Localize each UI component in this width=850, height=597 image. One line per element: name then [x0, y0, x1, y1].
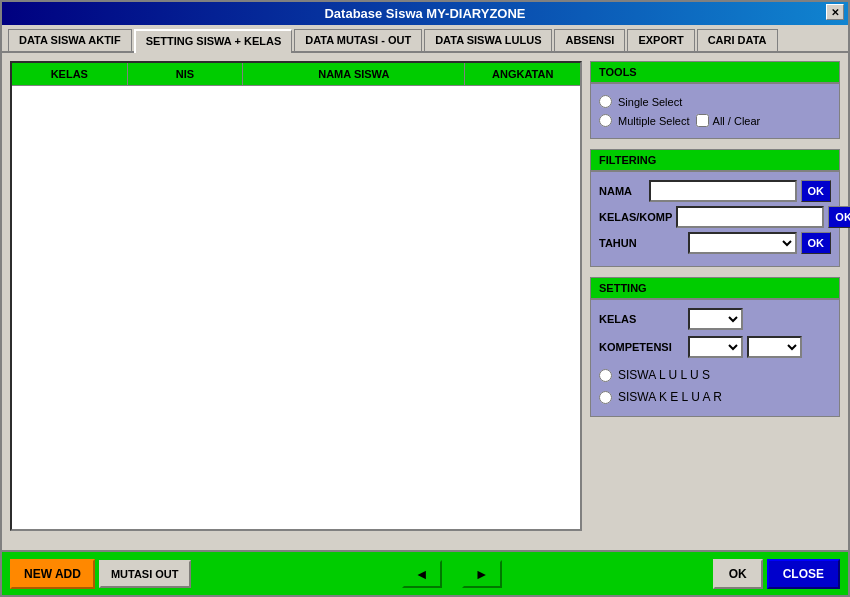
single-select-radio[interactable] [599, 95, 612, 108]
right-panel: TOOLS Single Select Multiple Select All … [590, 61, 840, 531]
tab-absensi[interactable]: ABSENSI [554, 29, 625, 51]
single-select-label: Single Select [618, 96, 682, 108]
col-kelas: KELAS [12, 63, 128, 85]
kelas-filter-row: KELAS/KOMP OK [599, 206, 831, 228]
kompetensi-setting-label: KOMPETENSI [599, 341, 684, 353]
kompetensi-setting-row: KOMPETENSI [599, 336, 831, 358]
col-nama-siswa: NAMA SISWA [243, 63, 465, 85]
tab-data-siswa-lulus[interactable]: DATA SISWA LULUS [424, 29, 552, 51]
tahun-filter-label: TAHUN [599, 237, 684, 249]
tab-export[interactable]: EXPORT [627, 29, 694, 51]
tab-data-mutasi[interactable]: DATA MUTASI - OUT [294, 29, 422, 51]
all-clear-row: All / Clear [696, 114, 761, 127]
siswa-keluar-row: SISWA K E L U A R [599, 386, 831, 408]
siswa-lulus-radio[interactable] [599, 369, 612, 382]
filtering-body: NAMA OK KELAS/KOMP OK TAHUN OK [590, 171, 840, 267]
ok-bottom-button[interactable]: OK [713, 559, 763, 589]
tahun-filter-row: TAHUN OK [599, 232, 831, 254]
kelas-setting-label: KELAS [599, 313, 684, 325]
tab-cari-data[interactable]: CARI DATA [697, 29, 778, 51]
single-select-row: Single Select [599, 92, 831, 111]
filtering-section: FILTERING NAMA OK KELAS/KOMP OK TAHUN [590, 149, 840, 267]
siswa-lulus-label: SISWA L U L U S [618, 368, 710, 382]
setting-body: KELAS KOMPETENSI SISWA L U L U S [590, 299, 840, 417]
nama-filter-row: NAMA OK [599, 180, 831, 202]
nama-ok-button[interactable]: OK [801, 180, 832, 202]
tools-section: TOOLS Single Select Multiple Select All … [590, 61, 840, 139]
main-content: KELAS NIS NAMA SISWA ANGKATAN TOOLS Sing… [2, 53, 848, 539]
tab-setting-siswa[interactable]: SETTING SISWA + KELAS [134, 29, 293, 53]
kelas-filter-input[interactable] [676, 206, 824, 228]
data-table: KELAS NIS NAMA SISWA ANGKATAN [10, 61, 582, 531]
tahun-ok-button[interactable]: OK [801, 232, 832, 254]
multiple-select-row: Multiple Select All / Clear [599, 111, 831, 130]
kelas-filter-label: KELAS/KOMP [599, 211, 672, 223]
all-clear-label: All / Clear [713, 115, 761, 127]
prev-button[interactable]: ◄ [402, 560, 442, 588]
multiple-select-radio[interactable] [599, 114, 612, 127]
filtering-header: FILTERING [590, 149, 840, 171]
nama-filter-input[interactable] [649, 180, 797, 202]
kompetensi-setting-select2[interactable] [747, 336, 802, 358]
setting-header: SETTING [590, 277, 840, 299]
close-button[interactable]: CLOSE [767, 559, 840, 589]
window-title: Database Siswa MY-DIARYZONE [324, 6, 525, 21]
siswa-lulus-row: SISWA L U L U S [599, 364, 831, 386]
main-window: Database Siswa MY-DIARYZONE ✕ DATA SISWA… [0, 0, 850, 597]
multiple-select-label: Multiple Select [618, 115, 690, 127]
siswa-keluar-radio[interactable] [599, 391, 612, 404]
kelas-setting-row: KELAS [599, 308, 831, 330]
nav-spacer: ◄ ► [195, 560, 709, 588]
mutasi-out-button[interactable]: MUTASI OUT [99, 560, 191, 588]
col-angkatan: ANGKATAN [465, 63, 580, 85]
next-button[interactable]: ► [462, 560, 502, 588]
nama-filter-label: NAMA [599, 185, 645, 197]
tab-data-siswa-aktif[interactable]: DATA SISWA AKTIF [8, 29, 132, 51]
kelas-setting-select[interactable] [688, 308, 743, 330]
tab-bar: DATA SISWA AKTIF SETTING SISWA + KELAS D… [2, 25, 848, 53]
kelas-ok-button[interactable]: OK [828, 206, 850, 228]
tools-header: TOOLS [590, 61, 840, 83]
left-panel: KELAS NIS NAMA SISWA ANGKATAN [10, 61, 582, 531]
siswa-keluar-label: SISWA K E L U A R [618, 390, 722, 404]
window-close-button[interactable]: ✕ [826, 4, 844, 20]
tools-body: Single Select Multiple Select All / Clea… [590, 83, 840, 139]
bottom-bar: NEW ADD MUTASI OUT ◄ ► OK CLOSE [2, 550, 848, 595]
col-nis: NIS [128, 63, 244, 85]
new-add-button[interactable]: NEW ADD [10, 559, 95, 589]
setting-section: SETTING KELAS KOMPETENSI SISWA L U L U S [590, 277, 840, 417]
tahun-filter-select[interactable] [688, 232, 797, 254]
table-header: KELAS NIS NAMA SISWA ANGKATAN [12, 63, 580, 86]
all-clear-checkbox[interactable] [696, 114, 709, 127]
table-body [12, 86, 580, 506]
title-bar: Database Siswa MY-DIARYZONE ✕ [2, 2, 848, 25]
kompetensi-setting-select1[interactable] [688, 336, 743, 358]
